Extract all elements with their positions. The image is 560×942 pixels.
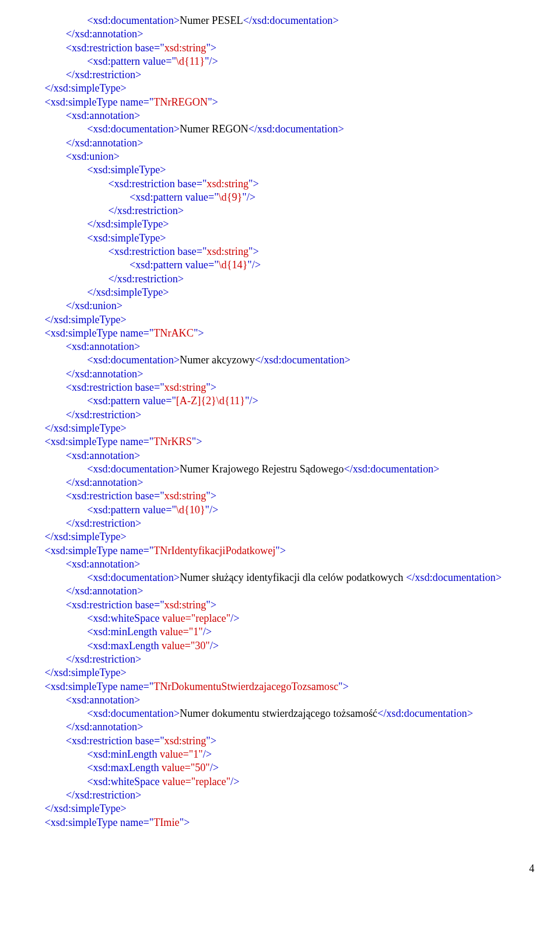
code-token: "/> bbox=[245, 395, 258, 407]
code-token: "> bbox=[206, 42, 216, 54]
code-line: </xsd:annotation> bbox=[23, 476, 537, 489]
code-token: xsd:string bbox=[164, 735, 206, 747]
code-line: <xsd:restriction base="xsd:string"> bbox=[23, 734, 537, 748]
code-line: <xsd:simpleType name="TNrKRS"> bbox=[23, 435, 537, 449]
code-token: "/> bbox=[205, 55, 218, 67]
code-line: <xsd:annotation> bbox=[23, 449, 537, 463]
code-line: <xsd:documentation>Numer służący identyf… bbox=[23, 571, 537, 584]
code-token: \d{10} bbox=[176, 504, 205, 516]
code-token: xsd:string bbox=[164, 490, 206, 502]
code-token: xsd:string bbox=[164, 381, 206, 393]
code-token: </xsd:annotation> bbox=[66, 477, 144, 488]
code-line: <xsd:annotation> bbox=[23, 694, 537, 707]
code-token: "> bbox=[206, 735, 216, 747]
code-token: </xsd:documentation> bbox=[255, 354, 351, 366]
code-line: </xsd:simpleType> bbox=[23, 313, 537, 327]
code-line: </xsd:simpleType> bbox=[23, 218, 537, 231]
code-token: /> bbox=[203, 748, 212, 760]
code-token: </xsd:documentation> bbox=[243, 15, 339, 26]
code-token: "> bbox=[208, 96, 218, 108]
code-line: <xsd:restriction base="xsd:string"> bbox=[23, 245, 537, 258]
code-token: /> bbox=[230, 612, 239, 624]
code-line: <xsd:whiteSpace value="replace"/> bbox=[23, 612, 537, 625]
code-token: </xsd:restriction> bbox=[108, 273, 184, 285]
code-line: </xsd:restriction> bbox=[23, 789, 537, 802]
code-token: <xsd:pattern value=" bbox=[87, 55, 176, 67]
code-line: </xsd:annotation> bbox=[23, 367, 537, 381]
code-line: </xsd:simpleType> bbox=[23, 422, 537, 435]
code-token: "> bbox=[206, 381, 216, 393]
code-token: =" bbox=[154, 42, 164, 54]
code-token: </xsd:restriction> bbox=[108, 205, 184, 216]
code-token: <xsd:simpleType name=" bbox=[44, 545, 153, 556]
code-token: "> bbox=[249, 246, 259, 257]
code-token: <xsd:documentation> bbox=[87, 354, 180, 366]
code-token: /> bbox=[210, 762, 219, 773]
code-token: <xsd:whiteSpace bbox=[87, 612, 162, 624]
code-token: </xsd:union> bbox=[66, 300, 123, 311]
code-token: <xsd:restriction base=" bbox=[66, 381, 164, 393]
code-token: Numer służący identyfikacji dla celów po… bbox=[180, 572, 406, 583]
code-line: <xsd:minLength value="1"/> bbox=[23, 748, 537, 761]
code-token: <xsd:restriction base bbox=[66, 42, 154, 54]
code-token: </xsd:documentation> bbox=[249, 123, 344, 135]
code-line: <xsd:union> bbox=[23, 150, 537, 163]
code-line: </xsd:restriction> bbox=[23, 653, 537, 666]
code-token: </xsd:annotation> bbox=[66, 368, 144, 380]
code-token: TImie bbox=[153, 817, 179, 828]
code-token: <xsd:whiteSpace bbox=[87, 776, 162, 787]
code-token: <xsd:annotation> bbox=[66, 450, 141, 461]
code-line: <xsd:minLength value="1"/> bbox=[23, 625, 537, 639]
code-token: "> bbox=[338, 681, 349, 692]
code-token: value="replace" bbox=[162, 776, 230, 787]
code-token: <xsd:restriction base=" bbox=[108, 178, 207, 190]
code-token: <xsd:simpleType name=" bbox=[44, 436, 153, 447]
code-token: value="1" bbox=[160, 748, 203, 760]
code-token: "> bbox=[275, 545, 286, 556]
code-token: <xsd:annotation> bbox=[66, 558, 141, 570]
code-token: <xsd:annotation> bbox=[66, 341, 141, 352]
code-token: </xsd:simpleType> bbox=[87, 218, 169, 230]
code-token: "> bbox=[194, 327, 204, 339]
code-token: <xsd:pattern value=" bbox=[87, 395, 176, 407]
code-token: <xsd:annotation> bbox=[66, 694, 141, 706]
code-token: </xsd:restriction> bbox=[66, 69, 142, 80]
code-line: </xsd:union> bbox=[23, 299, 537, 313]
code-line: </xsd:annotation> bbox=[23, 720, 537, 734]
code-token: </xsd:simpleType> bbox=[44, 82, 126, 94]
code-token: \d{9} bbox=[219, 191, 243, 203]
code-token: <xsd:documentation> bbox=[87, 572, 180, 583]
code-line: <xsd:pattern value="\d{11}"/> bbox=[23, 55, 537, 68]
code-token: \d{14} bbox=[219, 259, 248, 271]
code-line: </xsd:simpleType> bbox=[23, 666, 537, 680]
code-token: </xsd:documentation> bbox=[406, 572, 502, 583]
code-line: <xsd:restriction base="xsd:string"> bbox=[23, 41, 537, 55]
code-token: <xsd:pattern value=" bbox=[130, 191, 219, 203]
code-token: "/> bbox=[247, 259, 261, 271]
code-token: Numer PESEL bbox=[180, 15, 243, 26]
code-token: </xsd:restriction> bbox=[66, 653, 142, 665]
code-line: </xsd:restriction> bbox=[23, 408, 537, 422]
code-line: </xsd:annotation> bbox=[23, 136, 537, 150]
code-token: </xsd:simpleType> bbox=[44, 803, 126, 814]
code-token: /> bbox=[210, 640, 219, 652]
code-token: xsd:string bbox=[164, 42, 206, 54]
code-line: <xsd:simpleType name="TNrREGON"> bbox=[23, 96, 537, 109]
code-token: /> bbox=[230, 776, 239, 787]
code-token: </xsd:annotation> bbox=[66, 137, 144, 149]
code-token: /> bbox=[203, 626, 212, 638]
code-line: </xsd:simpleType> bbox=[23, 530, 537, 544]
code-token: </xsd:restriction> bbox=[66, 409, 142, 421]
code-line: </xsd:annotation> bbox=[23, 27, 537, 41]
code-token: TNrDokumentuStwierdzajacegoTozsamosc bbox=[153, 681, 338, 692]
code-line: <xsd:documentation>Numer akcyzowy</xsd:d… bbox=[23, 353, 537, 367]
code-line: <xsd:simpleType> bbox=[23, 163, 537, 177]
code-token: "/> bbox=[242, 191, 256, 203]
code-line: </xsd:restriction> bbox=[23, 517, 537, 530]
code-line: </xsd:simpleType> bbox=[23, 286, 537, 299]
code-token: <xsd:simpleType name=" bbox=[44, 96, 153, 108]
code-token: </xsd:annotation> bbox=[66, 721, 144, 733]
code-token: TNrAKC bbox=[153, 327, 194, 339]
code-token: <xsd:union> bbox=[66, 150, 120, 162]
code-token: "> bbox=[206, 599, 216, 611]
